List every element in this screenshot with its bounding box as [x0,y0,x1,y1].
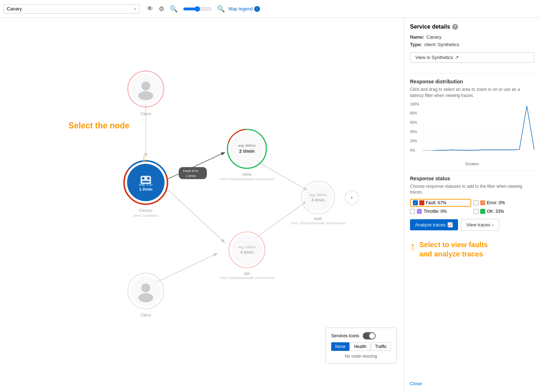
svg-rect-11 [147,177,149,180]
annotation-arrow-down: ↓ [141,151,147,165]
search-input[interactable] [7,6,134,11]
ok-color [480,209,485,214]
map-legend-button[interactable]: Map legend i [228,6,260,12]
annotation-faults-text: Select to view faultsand analyze traces [419,240,488,259]
toolbar-icons: 👁 ⚙ 🔍 🔍 [147,5,225,13]
svg-text:1 t/min: 1 t/min [186,174,196,178]
api-node[interactable]: avg. 533ms 4 t/min api AWS::ElasticBeans… [220,232,275,280]
svg-text:AWS::ElasticBeanstalk::Environ: AWS::ElasticBeanstalk::Environment [220,276,275,280]
svg-text:AWS::ElasticBeanstalk::Environ: AWS::ElasticBeanstalk::Environment [220,177,275,181]
services-toggle[interactable] [363,332,376,339]
health-button[interactable]: Health [350,342,371,351]
status-ok[interactable]: OK: 33% [473,209,535,214]
error-color [480,200,485,205]
zoom-in-icon[interactable]: 🔍 [217,5,225,13]
action-buttons: Analyze traces 📈 View traces › [410,219,534,231]
svg-text:avg. 900ms: avg. 900ms [238,143,256,147]
chart-y-labels: 100% 80% 60% 40% 20% 0% [410,102,419,160]
legend-buttons: None Health Traffic [331,342,391,351]
response-status-title: Response status [410,176,534,181]
fault-label: Fault: 67% [426,200,446,205]
chart-svg: 0 200ms 400ms 600ms 800ms 1.0s 1.2s [423,102,534,151]
fault-badge: Fault 67% 1 t/min [179,167,207,179]
svg-text:avg. 300ms: avg. 300ms [309,193,327,197]
svg-text:4 t/min: 4 t/min [240,250,254,254]
www-node[interactable]: avg. 900ms 2 t/min www AWS::ElasticBeans… [220,129,275,181]
help-icon[interactable]: ? [452,24,458,30]
right-panel: Service details ? Name: Canary Type: cli… [404,18,540,392]
view-traces-button[interactable]: View traces › [461,219,499,231]
svg-text:www: www [242,172,252,176]
error-checkbox[interactable] [473,200,478,205]
ok-checkbox[interactable] [473,209,478,214]
status-error[interactable]: Error: 0% [473,199,535,207]
status-fault[interactable]: ✓ Fault: 67% [410,199,471,207]
close-link[interactable]: Close [410,381,534,386]
response-status-grid: ✓ Fault: 67% Error: 0% Throttle: 0% OK: … [410,199,534,214]
client-bottom-node[interactable]: Client [128,273,164,317]
toolbar: × 👁 ⚙ 🔍 🔍 Map legend i [0,0,540,18]
status-throttle[interactable]: Throttle: 0% [410,209,471,214]
chart-x-axis-label: Duration [466,162,479,166]
annotation-select-node: Select the node [68,121,129,130]
svg-text:4 t/min: 4 t/min [312,198,325,202]
auth-node[interactable]: avg. 300ms 4 t/min auth AWS::ElasticBean… [291,181,346,225]
svg-point-42 [138,293,153,302]
throttle-label: Throttle: 0% [424,209,447,214]
main-content: › Client [0,18,540,392]
type-label: Type: [410,42,422,47]
throttle-color [417,209,422,214]
settings-icon[interactable]: ⚙ [159,5,164,13]
annotation-section: ↑ Select to view faultsand analyze trace… [410,240,534,259]
view-synthetics-button[interactable]: View in Synthetics ↗ [410,52,534,63]
legend-services-row: Services Icons [331,332,391,339]
name-row: Name: Canary [410,34,534,40]
analyze-traces-button[interactable]: Analyze traces 📈 [410,219,458,230]
svg-text:Fault 67%: Fault 67% [183,169,198,173]
svg-text:›: › [351,194,353,201]
edge-www-auth [254,160,307,190]
clear-search-button[interactable]: × [134,6,136,12]
zoom-slider[interactable] [183,6,212,12]
response-distribution-chart[interactable]: 100% 80% 60% 40% 20% 0% [410,102,534,160]
no-resize-label: No node resizing [331,354,391,359]
type-row: Type: client::Synthetics [410,42,534,47]
canary-node[interactable]: avg. 1.2s 1 t/min Canary client::Synthet… [124,161,167,218]
chart-icon: 📈 [447,222,453,227]
svg-text:Canary: Canary [139,208,153,212]
panel-title: Service details ? [410,24,534,30]
analyze-traces-label: Analyze traces [415,222,445,227]
canvas-area[interactable]: › Client [0,18,404,392]
fault-checkbox[interactable]: ✓ [413,200,418,205]
svg-text:client::Synthetics: client::Synthetics [133,214,159,217]
legend-box: Services Icons None Health Traffic No no… [325,328,397,363]
zoom-range[interactable] [183,6,212,12]
chevron-right-icon: › [492,222,493,227]
response-status-desc: Choose response statuses to add to the f… [410,183,534,196]
none-button[interactable]: None [331,342,349,351]
search-box[interactable]: × [4,4,140,14]
response-dist-title: Response distribution [410,79,534,84]
external-link-icon: ↗ [455,55,459,60]
zoom-out-icon[interactable]: 🔍 [170,5,178,13]
svg-text:Client: Client [140,313,151,317]
fault-color [419,200,424,205]
info-icon: i [254,6,260,12]
svg-rect-10 [142,177,144,180]
services-icons-label: Services Icons [331,333,359,338]
legend-buttons-row: None Health Traffic [331,342,391,351]
view-synthetics-label: View in Synthetics [415,55,453,60]
name-label: Name: [410,34,424,40]
eye-icon[interactable]: 👁 [147,5,153,13]
throttle-checkbox[interactable] [410,209,415,214]
view-traces-label: View traces [466,222,490,227]
edge-canary-api [168,190,225,242]
response-dist-desc: Click and drag to select an area to zoom… [410,87,534,99]
svg-text:1 t/min: 1 t/min [139,187,153,191]
traffic-button[interactable]: Traffic [371,342,391,351]
annotation-arrow-up: ↑ [410,240,416,253]
svg-point-41 [141,284,150,293]
svg-text:Client: Client [140,112,151,116]
error-label: Error: 0% [487,200,505,205]
svg-text:AWS::ElasticBeanstalk::Environ: AWS::ElasticBeanstalk::Environment [291,221,346,225]
